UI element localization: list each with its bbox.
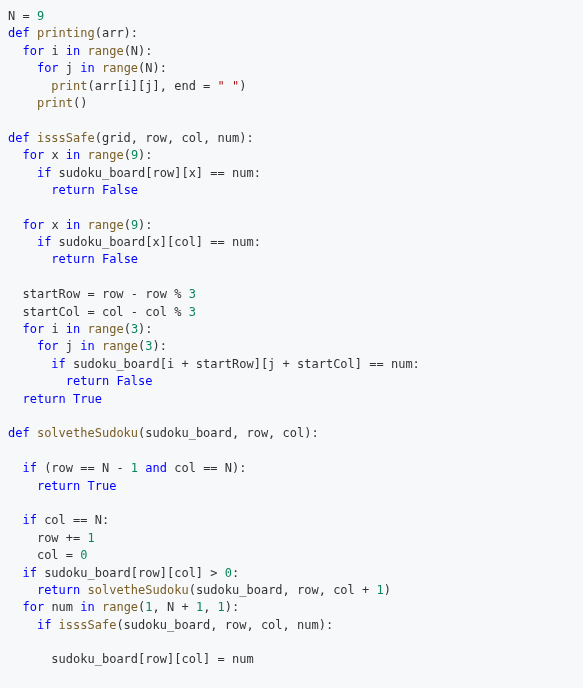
code-token [8, 235, 37, 249]
code-token [66, 392, 73, 406]
code-token: for [22, 600, 44, 614]
code-token: col = [37, 548, 80, 562]
code-token: in [66, 148, 80, 162]
code-token: if [51, 357, 65, 371]
code-token: for [37, 339, 59, 353]
code-token [8, 548, 37, 562]
code-token: ) [239, 79, 246, 93]
code-token: solvetheSudoku [88, 583, 189, 597]
code-token: print [37, 96, 73, 110]
code-token [95, 183, 102, 197]
code-token: in [66, 218, 80, 232]
code-token: ): [138, 322, 152, 336]
code-token [8, 61, 37, 75]
code-token: col == N): [174, 461, 246, 475]
code-token [8, 183, 51, 197]
code-token: ) [384, 583, 391, 597]
code-token [8, 148, 22, 162]
code-token [8, 513, 22, 527]
code-token: def [8, 26, 30, 40]
code-token [80, 479, 87, 493]
code-token [8, 166, 37, 180]
code-token: (sudoku_board, row, col + [189, 583, 377, 597]
code-token: (sudoku_board, row, col, num): [116, 618, 333, 632]
code-token: , [203, 600, 217, 614]
code-token: return [51, 183, 94, 197]
code-token: range [102, 61, 138, 75]
code-token [8, 322, 22, 336]
code-token: x [51, 148, 65, 162]
code-token [51, 235, 58, 249]
code-token [8, 531, 37, 545]
code-token: if [22, 566, 36, 580]
code-token: range [88, 44, 124, 58]
code-token: 3 [189, 287, 196, 301]
code-token: 0 [225, 566, 232, 580]
code-token [8, 305, 22, 319]
code-token [80, 583, 87, 597]
code-token [8, 600, 22, 614]
code-token: range [88, 322, 124, 336]
code-token: col == N: [44, 513, 109, 527]
code-token [59, 339, 66, 353]
code-token: range [102, 600, 138, 614]
code-token [30, 26, 37, 40]
code-token: sudoku_board[x][col] == num: [59, 235, 261, 249]
code-token: startRow = row - row % [22, 287, 188, 301]
code-token [8, 392, 22, 406]
code-token: row += [37, 531, 88, 545]
code-token: ( [124, 218, 131, 232]
code-token: x [51, 218, 65, 232]
code-token [8, 287, 22, 301]
code-token: (N): [124, 44, 153, 58]
code-token: def [8, 131, 30, 145]
code-token: (arr[i][j], end = [87, 79, 217, 93]
code-token [8, 566, 22, 580]
code-token: True [88, 479, 117, 493]
code-token: False [102, 183, 138, 197]
code-token: print [51, 79, 87, 93]
code-token: 9 [37, 9, 44, 23]
code-token [95, 252, 102, 266]
code-token: return [37, 583, 80, 597]
code-token: for [37, 61, 59, 75]
code-token [8, 618, 37, 632]
code-token: (arr): [95, 26, 138, 40]
code-token: in [80, 600, 94, 614]
code-token [8, 44, 22, 58]
code-token [8, 652, 51, 666]
code-token: in [66, 322, 80, 336]
code-token: 1 [218, 600, 225, 614]
code-token: return [51, 252, 94, 266]
code-token: printing [37, 26, 95, 40]
code-token: () [73, 96, 87, 110]
code-token: 3 [189, 305, 196, 319]
code-token: isssSafe [59, 618, 117, 632]
code-token: solvetheSudoku [37, 426, 138, 440]
code-token: i [51, 44, 65, 58]
code-token: in [80, 339, 94, 353]
code-token [51, 618, 58, 632]
code-token [8, 357, 51, 371]
code-token [95, 339, 102, 353]
code-token [80, 148, 87, 162]
code-token: ): [225, 600, 239, 614]
code-token [30, 131, 37, 145]
code-token: i [51, 322, 65, 336]
code-token: in [80, 61, 94, 75]
code-token: if [37, 618, 51, 632]
code-token [95, 61, 102, 75]
code-token [51, 166, 58, 180]
code-token: if [37, 235, 51, 249]
code-token: for [22, 322, 44, 336]
code-token [95, 600, 102, 614]
code-token: ): [153, 339, 167, 353]
code-token [8, 461, 22, 475]
code-token [8, 252, 51, 266]
code-token: in [66, 44, 80, 58]
code-token: True [73, 392, 102, 406]
code-token [8, 339, 37, 353]
code-token [8, 374, 66, 388]
code-token: sudoku_board[i + startRow][j + startCol]… [73, 357, 420, 371]
code-token: False [102, 252, 138, 266]
